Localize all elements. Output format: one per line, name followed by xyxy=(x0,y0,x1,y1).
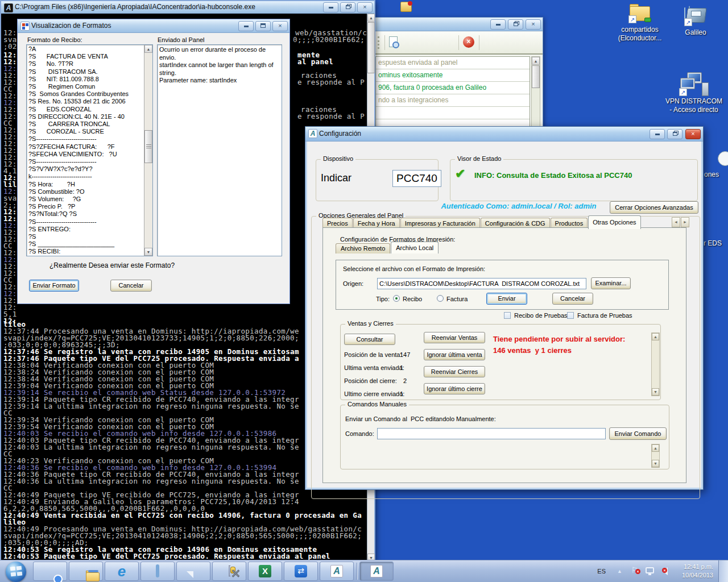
ventas-action-button[interactable]: Reenviar Cierres xyxy=(424,366,485,377)
scroll-up-icon[interactable]: ▲ xyxy=(532,57,540,65)
archivo-local-page: Seleccione el archivo con el Formato de … xyxy=(336,260,669,310)
send-format-button[interactable]: Enviar Formato xyxy=(29,280,79,292)
restore-button[interactable] xyxy=(667,129,682,139)
partial-desktop-icon[interactable] xyxy=(400,2,412,12)
ventas-action-button[interactable]: Ignorar última venta xyxy=(424,349,485,360)
format-line: ?S NIT: 811.009.788.8 xyxy=(27,76,143,83)
configuracion-window[interactable]: A Configuración × Dispositivo Indicar PC… xyxy=(305,126,704,490)
device-id-field[interactable]: PCC740 xyxy=(392,170,441,187)
taskbar-separator xyxy=(357,563,357,580)
scroll-thumb[interactable] xyxy=(367,22,375,73)
close-button[interactable]: × xyxy=(526,19,541,30)
tab-scroll-right-icon[interactable]: ► xyxy=(681,217,689,227)
taskbar-ia-console-button[interactable]: A xyxy=(320,562,354,581)
send-command-button[interactable]: Enviar Comando xyxy=(609,427,667,440)
origin-path-field[interactable]: C:\Users\DISTRACOM\Desktop\FACTURA DISTR… xyxy=(377,278,586,289)
scroll-down-icon[interactable]: ▼ xyxy=(652,460,659,467)
show-hidden-icons-chevron[interactable]: ▲ xyxy=(617,568,622,574)
log-row xyxy=(376,107,530,119)
action-center-flag-icon[interactable]: ⚐× xyxy=(631,566,638,575)
ultimo-cierre-label: Ultimo cierre enviado: xyxy=(344,390,404,397)
desktop-icon-compartidos[interactable]: ↗ compartidos (Elconductor... xyxy=(609,3,671,43)
otras-opciones-tabpage: Configuración de Formatos de Impresión: … xyxy=(322,227,686,483)
taskbar-teamviewer-button[interactable]: ⇄ xyxy=(284,562,318,581)
show-desktop-button[interactable] xyxy=(718,560,728,582)
stop-icon[interactable]: × xyxy=(463,36,474,48)
taskbar-explorer-button[interactable] xyxy=(69,562,103,581)
format-scrollbar[interactable]: ▲ ▼ xyxy=(144,45,152,256)
tipo-label: Tipo: xyxy=(376,296,390,302)
consultar-button[interactable]: Consultar xyxy=(344,334,395,345)
format-line: ?S ______________________ xyxy=(27,240,143,248)
subtab[interactable]: Archivo Remoto xyxy=(336,243,390,253)
partial-edge-icon xyxy=(718,151,728,166)
close-button[interactable]: × xyxy=(357,2,373,13)
scroll-up-icon[interactable]: ▲ xyxy=(652,444,659,452)
cierre-pos-value: 2 xyxy=(403,377,407,384)
recibo-radio[interactable] xyxy=(393,295,400,302)
panel-label: Enviado al Panel xyxy=(158,36,205,43)
recibo-pruebas-checkbox[interactable] xyxy=(504,312,511,319)
ventas-action-button[interactable]: Ignorar último cierre xyxy=(424,383,485,394)
desktop-icon-vpn-distracom[interactable]: ↗ VPN DISTRACOM - Acceso directo xyxy=(663,71,725,114)
taskbar-purple-app-button[interactable] xyxy=(176,562,210,581)
config-title: Configuración xyxy=(319,130,361,138)
format-line: ?S Res. No. 15353 del 21 dic 2006 xyxy=(27,98,143,105)
tab[interactable]: Otras Opciones xyxy=(588,215,640,229)
restore-button[interactable] xyxy=(508,19,523,30)
ventas-scrollbar[interactable]: ▲ ▼ xyxy=(651,332,660,396)
scroll-down-icon[interactable]: ▼ xyxy=(652,388,659,396)
tray-clock[interactable]: 12:41 p.m. 10/04/2013 xyxy=(670,563,713,580)
format-line: ?S DIRECCION:CL 40 N. 21E - 40 xyxy=(27,113,143,120)
scroll-thumb[interactable] xyxy=(532,65,540,88)
format-label: Formato de Recibo: xyxy=(27,36,82,43)
restore-button[interactable] xyxy=(340,2,355,13)
select-file-label: Seleccione el archivo con el Formato de … xyxy=(343,265,485,272)
taskbar-excel-button[interactable]: X xyxy=(248,562,282,581)
comandos-scrollbar[interactable]: ▲ ▼ xyxy=(651,444,660,468)
scroll-up-icon[interactable]: ▲ xyxy=(367,14,375,22)
cancel-button[interactable]: Cancelar xyxy=(110,280,152,292)
minimize-button[interactable] xyxy=(238,21,254,31)
factura-radio[interactable] xyxy=(437,295,444,302)
network-icon[interactable] xyxy=(646,567,654,573)
factura-pruebas-checkbox[interactable] xyxy=(567,312,574,319)
ventas-action-button[interactable]: Reenviar Ventas xyxy=(424,332,485,343)
scroll-up-icon[interactable]: ▲ xyxy=(144,45,152,53)
status-groupbox: Visor de Estado ✔ INFO: Consulta de Esta… xyxy=(450,159,698,201)
desktop-icon-galileo[interactable]: ↗ Galileo xyxy=(664,6,727,37)
status-group-label: Visor de Estado xyxy=(455,155,503,162)
taskbar-ia-config-button-active[interactable]: A xyxy=(359,562,394,581)
desktop-icon-label: - Acceso directo xyxy=(663,106,725,114)
scroll-up-icon[interactable]: ▲ xyxy=(652,333,659,340)
subtab[interactable]: Archivo Local xyxy=(391,242,439,253)
minimize-button[interactable] xyxy=(490,19,506,30)
taskbar-app-window-button[interactable] xyxy=(140,562,175,581)
language-indicator[interactable]: ES xyxy=(597,568,606,575)
minimize-button[interactable] xyxy=(323,2,338,13)
scroll-thumb[interactable] xyxy=(144,130,152,163)
comando-input[interactable] xyxy=(377,428,606,439)
volume-icon[interactable]: × xyxy=(663,567,668,575)
tab-scroll-left-icon[interactable]: ◄ xyxy=(672,217,680,227)
send-button[interactable]: Enviar xyxy=(486,293,527,305)
taskbar-config-tool-button[interactable] xyxy=(212,562,246,581)
maximize-button[interactable] xyxy=(255,21,271,31)
taskbar-ie-button[interactable]: e xyxy=(105,562,139,581)
browse-button[interactable]: Examinar... xyxy=(591,277,631,289)
log-row: ndo a las integraciones xyxy=(376,94,530,107)
desktop-icon-label: Galileo xyxy=(664,28,727,37)
cancel-button[interactable]: Cancelar xyxy=(552,293,593,305)
close-button[interactable]: × xyxy=(272,21,288,31)
close-advanced-button[interactable]: Cerrar Opciones Avanzadas xyxy=(610,201,698,214)
formatos-dialog[interactable]: Visualizacion de Formatos × Formato de R… xyxy=(17,19,290,304)
tray-date: 10/04/2013 xyxy=(670,571,713,580)
start-button[interactable] xyxy=(6,562,26,582)
report-search-icon[interactable] xyxy=(389,36,398,47)
scroll-down-icon[interactable]: ▼ xyxy=(144,248,152,256)
minimize-button[interactable] xyxy=(650,129,665,139)
taskbar-chrome-button[interactable] xyxy=(33,562,67,581)
format-textarea[interactable]: ?A?S FACTURA DE VENTA?S No. ?T?R?S DISTR… xyxy=(26,44,153,256)
format-line: ?S?ZFECHA FACTURA: ?F xyxy=(27,143,143,151)
close-button[interactable]: × xyxy=(685,129,701,139)
